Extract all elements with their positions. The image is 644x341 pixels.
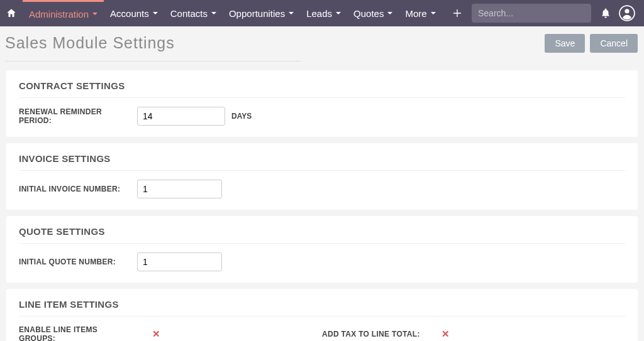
field-label: RENEWAL REMINDER PERIOD: <box>19 107 131 125</box>
renewal-reminder-input[interactable] <box>137 107 225 126</box>
enable-groups-row: ENABLE LINE ITEMS GROUPS: ✕ <box>19 325 322 341</box>
menu-leads[interactable]: Leads <box>300 0 347 26</box>
enable-groups-toggle[interactable]: ✕ <box>152 328 160 340</box>
chevron-down-icon <box>92 13 97 15</box>
menu-contacts[interactable]: Contacts <box>164 0 223 26</box>
cancel-button[interactable]: Cancel <box>590 34 638 53</box>
search-input[interactable] <box>478 8 588 18</box>
field-label: ADD TAX TO LINE TOTAL: <box>322 330 420 338</box>
global-search[interactable] <box>472 4 591 23</box>
lineitem-fields: ENABLE LINE ITEMS GROUPS: ✕ ADD TAX TO L… <box>19 325 625 341</box>
invoice-settings-panel: INVOICE SETTINGS INITIAL INVOICE NUMBER: <box>6 143 638 210</box>
chevron-down-icon <box>336 12 341 14</box>
field-label: ENABLE LINE ITEMS GROUPS: <box>19 325 131 341</box>
panel-heading: QUOTE SETTINGS <box>19 226 625 244</box>
initial-quote-input[interactable] <box>137 252 222 271</box>
chevron-down-icon <box>387 12 392 14</box>
panel-heading: LINE ITEM SETTINGS <box>19 299 625 317</box>
menu-accounts[interactable]: Accounts <box>104 0 164 26</box>
menu-opportunities[interactable]: Opportunities <box>223 0 300 26</box>
field-label: INITIAL INVOICE NUMBER: <box>19 185 131 193</box>
initial-invoice-row: INITIAL INVOICE NUMBER: <box>19 180 625 198</box>
initial-invoice-input[interactable] <box>137 180 222 198</box>
add-tax-row: ADD TAX TO LINE TOTAL: ✕ <box>322 325 625 341</box>
menu-label: Contacts <box>170 8 208 19</box>
unit-label: DAYS <box>231 112 252 121</box>
chevron-down-icon <box>431 12 436 14</box>
top-navbar: Administration Accounts Contacts Opportu… <box>0 0 644 26</box>
field-label: INITIAL QUOTE NUMBER: <box>19 257 131 266</box>
panel-heading: INVOICE SETTINGS <box>19 153 625 171</box>
save-button[interactable]: Save <box>545 34 585 53</box>
quote-settings-panel: QUOTE SETTINGS INITIAL QUOTE NUMBER: <box>6 216 638 283</box>
page-header: Sales Module Settings Save Cancel <box>0 26 644 67</box>
chevron-down-icon <box>211 12 216 14</box>
user-avatar-button[interactable] <box>616 3 638 24</box>
contract-settings-panel: CONTRACT SETTINGS RENEWAL REMINDER PERIO… <box>6 70 638 137</box>
main-menu: Administration Accounts Contacts Opportu… <box>23 0 442 26</box>
menu-administration[interactable]: Administration <box>23 0 104 26</box>
menu-label: Accounts <box>110 8 149 19</box>
notifications-button[interactable] <box>595 3 616 24</box>
renewal-reminder-row: RENEWAL REMINDER PERIOD: DAYS <box>19 107 625 126</box>
chevron-down-icon <box>153 12 158 14</box>
quick-create-button[interactable] <box>447 3 468 24</box>
menu-label: Administration <box>29 9 89 19</box>
svg-point-1 <box>625 9 629 13</box>
menu-quotes[interactable]: Quotes <box>347 0 399 26</box>
chevron-down-icon <box>289 12 294 14</box>
menu-label: Opportunities <box>229 8 285 19</box>
page-title: Sales Module Settings <box>5 34 301 62</box>
lineitem-settings-panel: LINE ITEM SETTINGS ENABLE LINE ITEMS GRO… <box>6 289 638 341</box>
page-actions: Save Cancel <box>545 34 638 53</box>
add-tax-toggle[interactable]: ✕ <box>441 328 450 340</box>
menu-label: More <box>405 8 426 19</box>
panel-heading: CONTRACT SETTINGS <box>19 80 625 98</box>
initial-quote-row: INITIAL QUOTE NUMBER: <box>19 252 625 271</box>
home-button[interactable] <box>0 0 23 26</box>
menu-label: Leads <box>306 8 332 19</box>
menu-label: Quotes <box>353 8 384 19</box>
menu-more[interactable]: More <box>399 0 441 26</box>
